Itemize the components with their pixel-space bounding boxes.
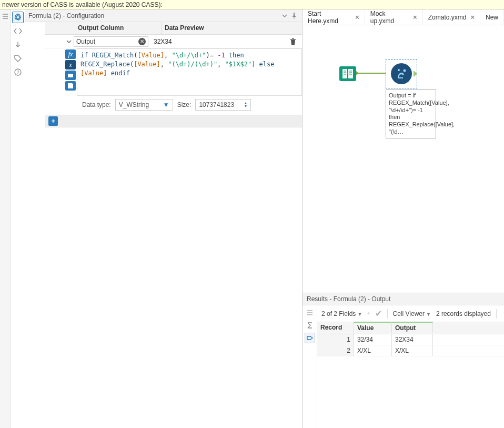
svg-point-3: [404, 69, 406, 72]
add-expression-button[interactable]: +: [48, 116, 58, 126]
tab-start-here-yxmd[interactable]: Start Here.yxmd×: [303, 9, 365, 25]
fx-variable-icon[interactable]: x: [65, 60, 76, 69]
col-record[interactable]: Record: [317, 322, 354, 334]
cass-update-notice: newer version of CASS is available (Augu…: [0, 0, 504, 9]
datatype-row: Data type: V_WString ▼ Size: 1073741823 …: [45, 96, 302, 115]
results-header-row: Record Value Output: [317, 322, 504, 334]
delete-row-icon[interactable]: [289, 38, 302, 45]
output-column-name: Output: [76, 38, 95, 45]
formula-expression-input[interactable]: if REGEX_Match([Value], "\d+/\d+")= -1 t…: [77, 48, 302, 96]
table-row[interactable]: 2X/XLX/XL: [317, 345, 504, 356]
tab-mock-up-yxmd[interactable]: Mock up.yxmd×: [365, 9, 423, 25]
svg-text:?: ?: [16, 69, 19, 75]
workflow-tabs: Start Here.yxmd×Mock up.yxmd×Zomato.yxmd…: [303, 9, 504, 25]
size-label: Size:: [177, 101, 191, 108]
results-list-icon[interactable]: [305, 307, 315, 318]
results-toolbar: 2 of 2 Fields▼ • ✔ Cell Viewer▼ 2 record…: [317, 305, 504, 322]
arrow-down-icon[interactable]: [12, 39, 24, 51]
tool-annotation[interactable]: Output = if REGEX_Match([Value], "\d+/\d…: [386, 89, 436, 138]
cell-viewer-dropdown[interactable]: Cell Viewer▼: [393, 310, 431, 317]
col-output[interactable]: Output: [392, 322, 433, 333]
tag-icon[interactable]: [12, 53, 24, 64]
close-tab-icon[interactable]: ×: [470, 13, 475, 21]
close-tab-icon[interactable]: ×: [355, 13, 359, 21]
config-side-tabs: ?: [11, 9, 25, 428]
cell-record: 1: [317, 334, 354, 345]
expand-chevron-icon[interactable]: [64, 38, 74, 45]
results-title: Results - Formula (2) - Output: [303, 293, 504, 305]
cell-output: 32X34: [392, 334, 433, 345]
code-icon[interactable]: [12, 25, 24, 37]
fx-folder-icon[interactable]: [65, 71, 76, 80]
fields-dropdown[interactable]: 2 of 2 Fields▼: [321, 310, 362, 317]
caret-down-icon: ▼: [163, 101, 169, 108]
pin-icon[interactable]: [289, 13, 299, 19]
output-column-name-input[interactable]: Output ✕: [74, 36, 148, 47]
tab-label: Mock up.yxmd: [370, 10, 409, 25]
svg-point-4: [398, 69, 400, 71]
table-row[interactable]: 132/3432X34: [317, 334, 504, 345]
tab-label: New: [486, 14, 498, 21]
tab-zomato-yxmd[interactable]: Zomato.yxmd×: [423, 9, 480, 25]
text-input-tool[interactable]: [337, 63, 358, 84]
formula-tool[interactable]: [386, 59, 417, 88]
panel-resize-strip[interactable]: [0, 9, 11, 428]
cell-output: X/XL: [392, 345, 433, 356]
size-value: 1073741823: [199, 101, 234, 108]
configuration-panel: Formula (2) - Configuration Output Colum…: [25, 9, 303, 428]
help-icon[interactable]: ?: [12, 66, 24, 78]
results-sigma-icon[interactable]: [305, 320, 315, 331]
svg-rect-2: [339, 66, 356, 81]
output-row: Output ✕ 32X34: [45, 35, 302, 48]
results-sidebar: [303, 305, 317, 428]
collapse-chevron-icon[interactable]: [280, 13, 289, 19]
data-preview-header: Data Preview: [161, 22, 302, 34]
results-table: Record Value Output 132/3432X342X/XLX/XL: [317, 322, 504, 356]
output-anchor[interactable]: [414, 71, 417, 77]
output-column-header: Output Column: [75, 22, 161, 34]
workflow-canvas[interactable]: Output = if REGEX_Match([Value], "\d+/\d…: [303, 25, 504, 293]
fx-save-icon[interactable]: [65, 81, 76, 91]
datatype-value: V_WString: [119, 101, 149, 108]
size-down-icon[interactable]: ▼: [244, 105, 247, 108]
datatype-label: Data type:: [82, 101, 111, 108]
clear-name-icon[interactable]: ✕: [138, 38, 146, 45]
records-summary: 2 records displayed: [436, 310, 491, 317]
output-preview-value: 32X34: [150, 38, 289, 45]
results-panel: Results - Formula (2) - Output 2 of 2 Fi…: [303, 293, 504, 428]
apply-check-icon[interactable]: ✔: [375, 308, 382, 318]
results-output-icon[interactable]: [305, 333, 315, 343]
gear-icon[interactable]: [12, 12, 24, 23]
cell-value: X/XL: [354, 345, 392, 356]
col-value[interactable]: Value: [354, 322, 392, 333]
close-tab-icon[interactable]: ×: [413, 13, 417, 21]
formula-toolbar: fx x: [64, 48, 77, 96]
size-input[interactable]: 1073741823 ▲▼: [195, 99, 251, 111]
config-panel-title: Formula (2) - Configuration: [28, 12, 280, 19]
tab-label: Zomato.yxmd: [428, 14, 467, 21]
cell-value: 32/34: [354, 334, 392, 345]
datatype-select[interactable]: V_WString ▼: [115, 99, 173, 111]
tab-new[interactable]: New: [480, 9, 504, 25]
cell-record: 2: [317, 345, 354, 356]
fx-function-icon[interactable]: fx: [65, 49, 76, 59]
tab-label: Start Here.yxmd: [308, 10, 351, 25]
